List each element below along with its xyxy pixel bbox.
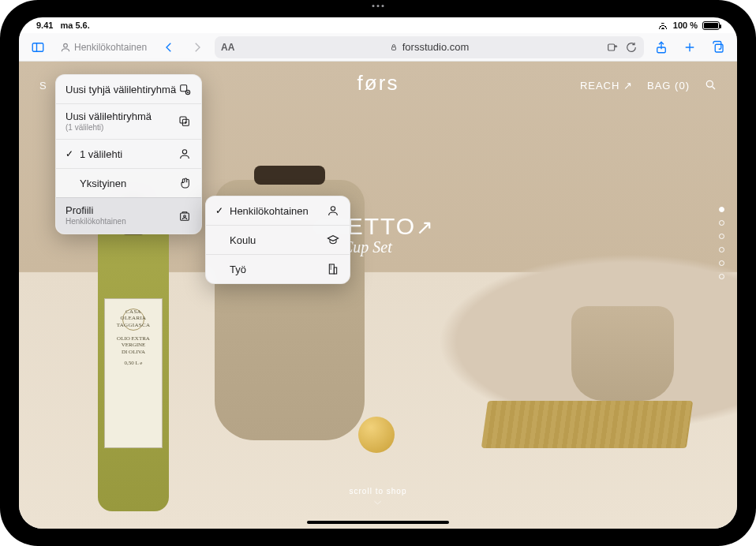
reload-icon[interactable]	[625, 41, 638, 54]
wifi-icon	[657, 21, 668, 29]
svg-point-21	[184, 215, 186, 217]
status-right: 100 %	[657, 21, 720, 30]
search-icon[interactable]	[704, 78, 717, 93]
new-tab-button[interactable]	[679, 36, 701, 58]
safari-toolbar: Henkilökohtainen AA forsstudio.com	[19, 33, 737, 62]
home-indicator[interactable]	[307, 521, 449, 524]
hero-napkin	[481, 401, 693, 448]
svg-rect-8	[715, 44, 723, 52]
svg-point-19	[182, 150, 186, 154]
new-tab-group-from-icon	[178, 114, 192, 129]
menu-private[interactable]: Yksityinen	[56, 168, 201, 197]
status-time: 9.41	[36, 21, 53, 30]
svg-point-22	[331, 207, 335, 211]
svg-point-9	[706, 80, 713, 87]
tabs-button[interactable]	[707, 36, 729, 58]
screen: CASA OLEARIA TAGGIASCA OLIO EXTRA VERGIN…	[19, 17, 737, 529]
page-dot-1[interactable]	[719, 207, 724, 212]
site-nav-left[interactable]: S	[39, 80, 47, 92]
menu-new-group-from-tabs[interactable]: Uusi välilehtiryhmä(1 välilehti)	[56, 103, 201, 139]
lock-icon	[390, 43, 398, 51]
battery-percent: 100 %	[673, 21, 698, 30]
page-dot-3[interactable]	[719, 234, 724, 239]
page-settings-button[interactable]: AA	[221, 42, 234, 53]
site-nav-reach[interactable]: REACH ↗	[580, 80, 633, 92]
hero-bottle-label: CASA OLEARIA TAGGIASCA OLIO EXTRA VERGIN…	[104, 298, 163, 448]
profile-submenu: ✓Henkilökohtainen Koulu Työ	[205, 196, 350, 284]
svg-rect-24	[334, 267, 336, 274]
svg-rect-3	[391, 47, 395, 50]
status-bar: 9.41 ma 5.6. 100 %	[19, 17, 737, 33]
person-icon	[326, 204, 340, 218]
profile-option-work[interactable]: Työ	[206, 254, 350, 283]
building-icon	[326, 262, 340, 276]
graduation-cap-icon	[326, 233, 340, 247]
site-brand[interactable]: førs	[357, 71, 399, 95]
address-bar[interactable]: AA forsstudio.com	[215, 36, 644, 58]
hero-cup	[571, 306, 674, 401]
profile-option-school[interactable]: Koulu	[206, 225, 350, 254]
profile-submenu-icon	[178, 209, 192, 223]
arrow-ne-icon: ↗	[416, 215, 435, 239]
svg-rect-11	[181, 85, 187, 92]
chevron-down-icon	[372, 499, 384, 507]
svg-rect-0	[32, 43, 43, 51]
share-button[interactable]	[650, 36, 672, 58]
forward-button	[186, 36, 208, 58]
hero-fruit	[358, 417, 395, 453]
status-left: 9.41 ma 5.6.	[36, 21, 90, 30]
check-icon: ✓	[65, 148, 75, 159]
svg-point-2	[64, 43, 68, 47]
profile-indicator[interactable]: Henkilökohtainen	[55, 40, 152, 54]
extensions-icon[interactable]	[606, 41, 619, 54]
url-host: forsstudio.com	[402, 41, 470, 53]
page-dot-2[interactable]	[719, 220, 724, 226]
svg-rect-4	[608, 44, 615, 50]
page-dot-5[interactable]	[719, 260, 724, 266]
tab-groups-menu: Uusi tyhjä välilehtiryhmä Uusi välilehti…	[55, 74, 202, 234]
site-nav-bag[interactable]: BAG (0)	[647, 80, 690, 92]
svg-rect-23	[329, 264, 334, 274]
ipad-frame: CASA OLEARIA TAGGIASCA OLIO EXTRA VERGIN…	[0, 0, 756, 546]
page-dot-6[interactable]	[719, 274, 724, 279]
menu-profile[interactable]: ProfiiliHenkilökohtainen	[56, 197, 201, 233]
battery-icon	[702, 21, 720, 30]
svg-rect-20	[181, 213, 189, 220]
profile-indicator-label: Henkilökohtainen	[74, 42, 147, 53]
new-tab-group-icon	[178, 82, 192, 96]
svg-line-10	[713, 86, 715, 88]
page-dot-4[interactable]	[719, 247, 724, 252]
hand-icon	[178, 176, 192, 190]
profile-option-personal[interactable]: ✓Henkilökohtainen	[206, 196, 350, 225]
menu-one-tab[interactable]: ✓1 välilehti	[56, 139, 201, 168]
person-icon	[178, 147, 192, 161]
page-indicator[interactable]	[719, 207, 724, 279]
multitask-grabber[interactable]	[372, 5, 384, 7]
scroll-hint: scroll to shop	[350, 487, 407, 507]
menu-new-empty-group[interactable]: Uusi tyhjä välilehtiryhmä	[56, 75, 201, 103]
status-date: ma 5.6.	[60, 21, 89, 30]
sidebar-button[interactable]	[27, 36, 49, 58]
back-button[interactable]	[158, 36, 180, 58]
check-icon: ✓	[215, 205, 225, 216]
